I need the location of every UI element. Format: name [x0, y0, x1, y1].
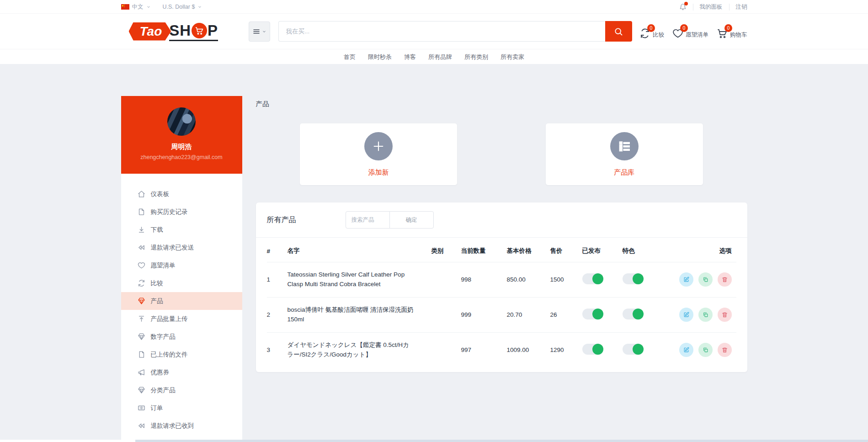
- products-table: # 名字 类别 当前数量 基本价格 售价 已发布 特色 选项: [267, 238, 736, 367]
- logo-sh-text: SH: [169, 22, 191, 39]
- duplicate-button[interactable]: [698, 308, 713, 322]
- duplicate-button[interactable]: [698, 272, 713, 287]
- sidebar-item-products[interactable]: 产品: [121, 292, 242, 310]
- category-menu-button[interactable]: [249, 21, 270, 42]
- add-new-product-card[interactable]: 添加新: [300, 123, 457, 185]
- sidebar-item-label: 购买历史记录: [151, 208, 188, 216]
- document-icon: [138, 208, 145, 216]
- language-label: 中文: [132, 3, 144, 11]
- upload-icon: [138, 315, 145, 323]
- sidebar-item-label: 分类产品: [151, 386, 176, 394]
- published-toggle[interactable]: [582, 344, 603, 355]
- featured-toggle[interactable]: [623, 344, 644, 355]
- sidebar-item-label: 愿望清单: [151, 261, 176, 270]
- nav-home[interactable]: 首页: [344, 53, 356, 61]
- product-category: [431, 262, 461, 298]
- nav-flash-deals[interactable]: 限时秒杀: [368, 53, 392, 61]
- sidebar-item-product-bulk-upload[interactable]: 产品批量上传: [121, 310, 242, 328]
- gem-icon: [138, 297, 145, 305]
- product-name: ダイヤモンドネックレス【鑑定書 0.5ct/Hカラー/SI2クラス/Goodカッ…: [288, 332, 431, 367]
- nav-blog[interactable]: 博客: [404, 53, 416, 61]
- sidebar-item-compare[interactable]: 比较: [121, 274, 242, 292]
- edit-button[interactable]: [679, 308, 693, 322]
- row-index: 2: [267, 297, 288, 332]
- edit-button[interactable]: [679, 272, 693, 287]
- base-price: 850.00: [507, 262, 550, 298]
- delete-button[interactable]: [718, 272, 732, 287]
- sidebar-item-wishlist[interactable]: 愿望清单: [121, 256, 242, 274]
- wishlist-button[interactable]: 0 愿望清单: [672, 24, 708, 39]
- sidebar-item-label: 订单: [151, 404, 163, 412]
- edit-button[interactable]: [679, 343, 693, 357]
- compare-count-badge: 0: [647, 24, 655, 32]
- search-button[interactable]: [605, 21, 632, 42]
- sidebar-item-refund-requests-received[interactable]: 退款请求已收到: [121, 417, 242, 435]
- sidebar-item-refund-requests-sent[interactable]: 退款请求已发送: [121, 239, 242, 256]
- currency-select[interactable]: U.S. Dollar $: [163, 4, 202, 10]
- horizontal-scrollbar[interactable]: [0, 440, 868, 442]
- nav-all-brands[interactable]: 所有品牌: [428, 53, 452, 61]
- edit-icon: [683, 312, 689, 318]
- logo-tao-ribbon: Tao: [129, 22, 171, 41]
- sidebar-item-classified-products[interactable]: 分类产品: [121, 381, 242, 399]
- chevron-down-icon: [262, 29, 266, 34]
- home-icon: [138, 190, 145, 198]
- taoshop-logo[interactable]: Tao SH P: [121, 22, 242, 41]
- sidebar-item-downloads[interactable]: 下载: [121, 221, 242, 239]
- product-search-input[interactable]: [346, 211, 390, 229]
- notification-dot: [684, 2, 688, 5]
- nav-all-sellers[interactable]: 所有卖家: [501, 53, 524, 61]
- base-price: 20.70: [507, 297, 550, 332]
- duplicate-button[interactable]: [698, 343, 713, 357]
- chevron-down-icon: [146, 5, 151, 9]
- product-name: Tateossian Sterling Silver Calf Leather …: [288, 262, 431, 298]
- published-toggle[interactable]: [582, 273, 603, 284]
- my-dashboard-link[interactable]: 我的面板: [700, 3, 723, 11]
- heart-icon: [138, 261, 145, 269]
- published-toggle[interactable]: [582, 309, 603, 320]
- add-new-label: 添加新: [368, 168, 389, 177]
- sidebar-item-label: 退款请求已发送: [151, 244, 194, 252]
- row-index: 3: [267, 332, 288, 367]
- sidebar-item-label: 产品: [151, 297, 163, 305]
- delete-button[interactable]: [718, 343, 732, 357]
- hamburger-icon: [252, 27, 261, 36]
- sidebar: 周明浩 zhengchenghao223@gmail.com 仪表板 购买历史记…: [121, 96, 242, 442]
- notifications-button[interactable]: [679, 3, 687, 11]
- edit-icon: [683, 277, 689, 282]
- sale-price: 1500: [550, 262, 582, 298]
- language-select[interactable]: 中文: [121, 3, 151, 11]
- delete-button[interactable]: [718, 308, 732, 322]
- search-icon: [614, 27, 623, 36]
- cart-button[interactable]: 0 购物车: [717, 24, 747, 39]
- sidebar-item-label: 产品批量上传: [151, 315, 188, 323]
- sidebar-item-label: 仪表板: [151, 190, 170, 198]
- featured-toggle[interactable]: [623, 309, 644, 320]
- banknote-icon: [138, 404, 145, 412]
- sidebar-item-uploaded-files[interactable]: 已上传的文件: [121, 346, 242, 363]
- edit-icon: [683, 347, 689, 353]
- trash-icon: [722, 347, 728, 353]
- search-input[interactable]: [278, 21, 605, 42]
- megaphone-icon: [138, 368, 145, 376]
- logout-link[interactable]: 注销: [736, 3, 747, 11]
- trash-icon: [722, 312, 728, 318]
- sidebar-item-purchase-history[interactable]: 购买历史记录: [121, 203, 242, 221]
- logo-p-text: P: [208, 22, 218, 39]
- table-row: 1 Tateossian Sterling Silver Calf Leathe…: [267, 262, 736, 298]
- featured-toggle[interactable]: [623, 273, 644, 284]
- sidebar-item-coupons[interactable]: 优惠券: [121, 363, 242, 381]
- sidebar-menu: 仪表板 购买历史记录 下载 退款请求已发送 愿望清单: [121, 174, 242, 442]
- sidebar-item-digital-products[interactable]: 数字产品: [121, 328, 242, 346]
- sidebar-item-dashboard[interactable]: 仪表板: [121, 185, 242, 203]
- sidebar-item-orders[interactable]: 订单: [121, 399, 242, 417]
- search-bar: [278, 21, 632, 42]
- user-card: 周明浩 zhengchenghao223@gmail.com: [121, 96, 242, 174]
- plus-icon: [364, 132, 393, 160]
- scrollbar-thumb[interactable]: [135, 440, 868, 442]
- nav-all-categories[interactable]: 所有类别: [464, 53, 488, 61]
- col-featured: 特色: [623, 238, 671, 262]
- confirm-button[interactable]: 确定: [389, 211, 434, 229]
- compare-button[interactable]: 0 比较: [639, 24, 664, 39]
- product-library-card[interactable]: 产品库: [546, 123, 703, 185]
